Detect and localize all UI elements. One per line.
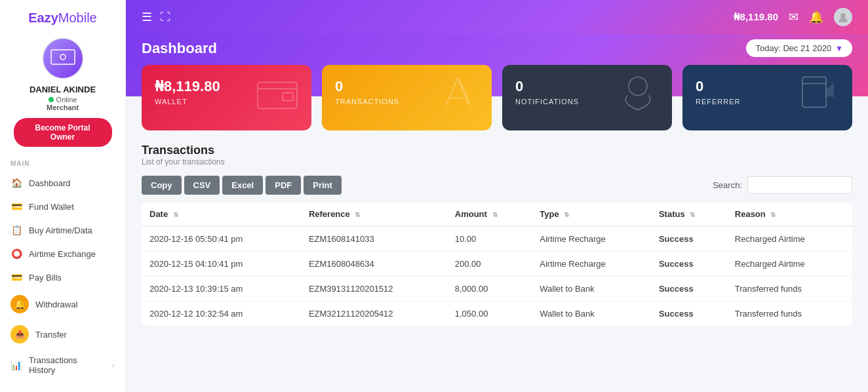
cell-type: Wallet to Bank xyxy=(532,277,651,302)
hamburger-icon[interactable]: ☰ xyxy=(142,10,152,24)
date-picker[interactable]: Today: Dec 21 2020 ▼ xyxy=(746,39,852,57)
cell-status: Success xyxy=(651,252,727,277)
sidebar-item-airtime-exchange[interactable]: ⭕ Airtime Exchange xyxy=(0,242,125,265)
wallet-card: ₦8,119.80 WALLET xyxy=(142,65,311,130)
mail-icon[interactable]: ✉ xyxy=(789,10,799,24)
dashboard-title-row: Dashboard Today: Dec 21 2020 ▼ xyxy=(142,39,852,57)
sidebar-item-pay-bills[interactable]: 💳 Pay Bills xyxy=(0,265,125,289)
fund-wallet-icon: 💳 xyxy=(10,201,22,212)
col-reference: Reference ⇅ xyxy=(301,203,447,226)
cell-reason: Transferred funds xyxy=(727,302,852,326)
wallet-icon xyxy=(254,71,301,125)
date-label: Today: Dec 21 2020 xyxy=(755,43,831,53)
topbar-left: ☰ ⛶ xyxy=(142,10,170,24)
svg-rect-4 xyxy=(283,93,293,101)
sort-date-icon[interactable]: ⇅ xyxy=(173,211,178,218)
dashboard-title: Dashboard xyxy=(142,40,217,57)
user-name: DANIEL AKINDE xyxy=(30,85,96,94)
sort-reference-icon[interactable]: ⇅ xyxy=(355,211,360,218)
logo-bold: Eazy xyxy=(28,10,58,25)
table-row: 2020-12-12 10:32:54 am EZM32121120205412… xyxy=(142,302,852,326)
sidebar: EazyMobile DANIEL AKINDE Online Merchant… xyxy=(0,0,126,392)
search-input[interactable] xyxy=(747,176,852,194)
sidebar-item-withdrawal[interactable]: 🔔 Withdrawal xyxy=(0,289,125,319)
main-content: ☰ ⛶ ₦8,119.80 ✉ 🔔 Dashboard Today: Dec 2… xyxy=(126,0,868,392)
cell-status: Success xyxy=(651,302,727,326)
table-row: 2020-12-16 05:50:41 pm EZM1608141033 10.… xyxy=(142,226,852,252)
copy-button[interactable]: Copy xyxy=(142,176,182,195)
cell-status: Success xyxy=(651,226,727,252)
sort-type-icon[interactable]: ⇅ xyxy=(564,211,569,218)
cell-type: Airtime Recharge xyxy=(532,226,651,252)
col-amount: Amount ⇅ xyxy=(447,203,532,226)
dashboard-label: Dashboard xyxy=(29,178,71,188)
col-type: Type ⇅ xyxy=(532,203,651,226)
table-toolbar: Copy CSV Excel PDF Print Search: xyxy=(142,176,852,195)
svg-point-1 xyxy=(60,54,66,60)
chevron-right-icon: › xyxy=(112,361,115,369)
cell-reason: Recharged Airtime xyxy=(727,252,852,277)
notifications-card: 0 NOTIFICATIONS xyxy=(502,65,672,130)
transfer-icon: 📤 xyxy=(10,325,29,343)
status-dot xyxy=(49,97,54,102)
buy-airtime-icon: 📋 xyxy=(10,224,22,236)
expand-icon[interactable]: ⛶ xyxy=(160,11,170,23)
cell-date: 2020-12-12 10:32:54 am xyxy=(142,302,301,326)
transactions-history-label: Transactions History xyxy=(29,355,106,375)
notifications-icon xyxy=(614,71,661,125)
excel-button[interactable]: Excel xyxy=(222,176,263,195)
sidebar-nav: 🏠 Dashboard 💳 Fund Wallet 📋 Buy Airtime/… xyxy=(0,171,125,381)
sidebar-item-buy-airtime[interactable]: 📋 Buy Airtime/Data xyxy=(0,218,125,242)
svg-rect-0 xyxy=(51,50,75,64)
svg-rect-3 xyxy=(258,83,297,109)
csv-button[interactable]: CSV xyxy=(184,176,220,195)
topbar: ☰ ⛶ ₦8,119.80 ✉ 🔔 xyxy=(126,0,868,34)
sort-reason-icon[interactable]: ⇅ xyxy=(770,211,776,218)
cell-reference: EZM39131120201512 xyxy=(301,277,447,302)
cell-amount: 8,000.00 xyxy=(447,277,532,302)
buy-airtime-label: Buy Airtime/Data xyxy=(29,225,92,235)
avatar xyxy=(42,37,84,79)
cell-reference: EZM1608048634 xyxy=(301,252,447,277)
referrer-icon xyxy=(795,71,842,125)
stat-cards: ₦8,119.80 WALLET 0 TRANSACTIONS 0 NOTIFI… xyxy=(126,65,868,130)
withdrawal-notification-icon: 🔔 xyxy=(10,295,29,313)
col-date: Date ⇅ xyxy=(142,203,301,226)
transactions-history-icon: 📊 xyxy=(10,359,22,371)
pay-bills-icon: 💳 xyxy=(10,271,22,283)
chevron-down-icon: ▼ xyxy=(835,44,843,53)
cell-type: Wallet to Bank xyxy=(532,302,651,326)
search-wrap: Search: xyxy=(713,176,852,194)
become-portal-button[interactable]: Become Portal Owner xyxy=(14,118,112,147)
withdrawal-label: Withdrawal xyxy=(35,300,77,309)
cell-reason: Transferred funds xyxy=(727,277,852,302)
topbar-avatar[interactable] xyxy=(834,8,852,26)
table-row: 2020-12-15 04:10:41 pm EZM1608048634 200… xyxy=(142,252,852,277)
sidebar-item-fund-wallet[interactable]: 💳 Fund Wallet xyxy=(0,195,125,218)
sort-amount-icon[interactable]: ⇅ xyxy=(492,211,498,218)
airtime-exchange-icon: ⭕ xyxy=(10,248,22,260)
search-label: Search: xyxy=(713,180,742,190)
transfer-label: Transfer xyxy=(35,330,67,340)
sidebar-item-transfer[interactable]: 📤 Transfer xyxy=(0,319,125,349)
pdf-button[interactable]: PDF xyxy=(266,176,301,195)
col-reason: Reason ⇅ xyxy=(727,203,852,226)
bell-icon[interactable]: 🔔 xyxy=(809,10,823,24)
transactions-subtitle: List of your transactions xyxy=(142,157,852,167)
transactions-title: Transactions xyxy=(142,144,852,157)
cell-reference: EZM1608141033 xyxy=(301,226,447,252)
svg-point-2 xyxy=(840,13,846,18)
cell-reason: Recharged Airtime xyxy=(727,226,852,252)
col-status: Status ⇅ xyxy=(651,203,727,226)
print-button[interactable]: Print xyxy=(304,176,342,195)
table-row: 2020-12-13 10:39:15 am EZM39131120201512… xyxy=(142,277,852,302)
svg-rect-6 xyxy=(802,77,826,108)
sidebar-item-transactions-history[interactable]: 📊 Transactions History › xyxy=(0,349,125,381)
user-role: Merchant xyxy=(47,104,79,111)
nav-section-label: MAIN xyxy=(10,160,30,167)
fund-wallet-label: Fund Wallet xyxy=(29,202,74,212)
transactions-card: 0 TRANSACTIONS xyxy=(322,65,492,130)
dashboard-icon: 🏠 xyxy=(10,177,22,189)
sort-status-icon[interactable]: ⇅ xyxy=(690,211,695,218)
sidebar-item-dashboard[interactable]: 🏠 Dashboard xyxy=(0,171,125,195)
